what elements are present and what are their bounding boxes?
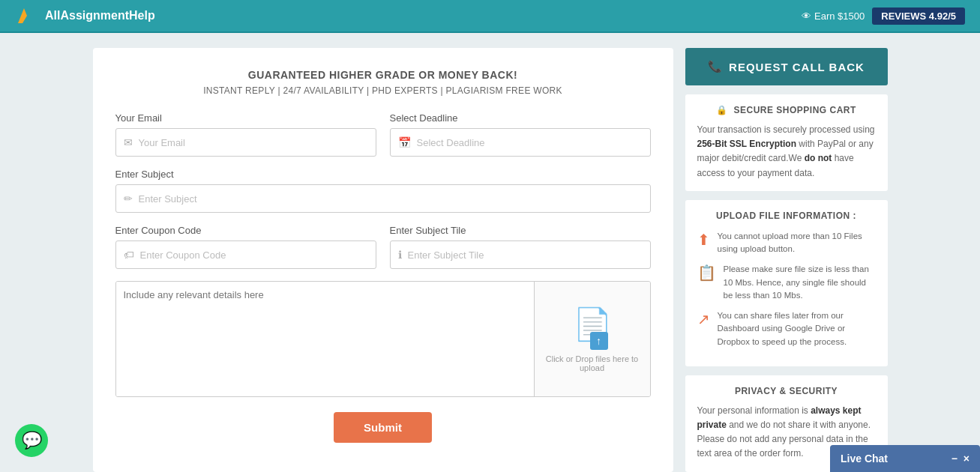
upload-arrow-icon: ↑ (590, 332, 608, 350)
details-upload-row: 📄 ↑ Click or Drop files here to upload (115, 281, 651, 397)
request-call-button[interactable]: 📞 REQUEST CALL BACK (685, 48, 888, 85)
form-header: GUARANTEED HIGHER GRADE OR MONEY BACK! I… (115, 69, 651, 96)
live-chat-controls: − × (952, 453, 970, 465)
logo-text: AllAssignmentHelp (45, 9, 155, 22)
guarantee-title: GUARANTEED HIGHER GRADE OR MONEY BACK! (115, 69, 651, 81)
email-label: Your Email (115, 112, 376, 124)
info-icon: ℹ (398, 249, 402, 261)
svg-marker-0 (18, 8, 27, 23)
upload-icon-area: 📄 ↑ (573, 306, 612, 350)
upload-info-title: UPLOAD FILE INFORMATION : (697, 211, 876, 221)
details-textarea[interactable] (116, 282, 534, 396)
lock-icon: 🔒 (716, 105, 728, 115)
calendar-icon: 📅 (398, 136, 411, 148)
subject-group: Enter Subject ✏ (115, 169, 651, 213)
phone-icon: 📞 (708, 60, 723, 73)
header-right: 👁 Earn $1500 REVIEWS 4.92/5 (802, 7, 965, 25)
main-container: GUARANTEED HIGHER GRADE OR MONEY BACK! I… (78, 33, 903, 472)
upload-info-card: UPLOAD FILE INFORMATION : ⬆ You cannot u… (685, 200, 888, 366)
coupon-group: Enter Coupon Code 🏷 (115, 225, 376, 269)
secure-cart-text: Your transaction is securely processed u… (697, 123, 876, 181)
email-group: Your Email ✉ (115, 112, 376, 157)
close-chat-icon[interactable]: × (964, 453, 970, 465)
upload-info-item-2: 📋 Please make sure file size is less tha… (697, 263, 876, 302)
upload-info-item-3: ↗ You can share files later from our Das… (697, 309, 876, 348)
upload-zone[interactable]: 📄 ↑ Click or Drop files here to upload (534, 282, 650, 396)
email-input[interactable] (139, 137, 368, 148)
svg-marker-3 (30, 8, 36, 23)
submit-button[interactable]: Submit (334, 412, 432, 443)
svg-marker-2 (27, 11, 33, 23)
header: AllAssignmentHelp 👁 Earn $1500 REVIEWS 4… (0, 0, 980, 31)
deadline-label: Select Deadline (390, 112, 651, 124)
coupon-input[interactable] (140, 249, 368, 261)
subject-tile-input-wrapper: ℹ (390, 240, 651, 269)
reviews-badge[interactable]: REVIEWS 4.92/5 (872, 7, 965, 25)
subject-input[interactable] (139, 193, 643, 205)
minimize-icon[interactable]: − (952, 453, 958, 465)
subject-row: Enter Subject ✏ (115, 169, 651, 213)
subject-label: Enter Subject (115, 169, 651, 180)
secure-cart-title: 🔒 SECURE SHOPPING CART (697, 105, 876, 115)
tag-icon: 🏷 (124, 249, 134, 261)
email-icon: ✉ (124, 136, 133, 148)
guarantee-subtitle: INSTANT REPLY | 24/7 AVAILABILITY | PHD … (115, 85, 651, 96)
right-panel: 📞 REQUEST CALL BACK 🔒 SECURE SHOPPING CA… (685, 48, 888, 472)
deadline-input[interactable] (417, 137, 643, 148)
subject-tile-label: Enter Subject Tile (390, 225, 651, 236)
email-input-wrapper: ✉ (115, 128, 376, 157)
deadline-group: Select Deadline 📅 (390, 112, 651, 157)
coupon-tile-row: Enter Coupon Code 🏷 Enter Subject Tile ℹ (115, 225, 651, 269)
form-panel: GUARANTEED HIGHER GRADE OR MONEY BACK! I… (93, 48, 673, 472)
secure-cart-card: 🔒 SECURE SHOPPING CART Your transaction … (685, 94, 888, 191)
upload-label: Click or Drop files here to upload (535, 354, 650, 372)
pdf-icon: 📋 (697, 264, 716, 282)
coupon-label: Enter Coupon Code (115, 225, 376, 236)
upload-files-icon: ⬆ (697, 231, 710, 249)
deadline-input-wrapper: 📅 (390, 128, 651, 157)
email-deadline-row: Your Email ✉ Select Deadline 📅 (115, 112, 651, 157)
whatsapp-button[interactable]: 💬 (15, 424, 48, 457)
live-chat-label: Live Chat (841, 453, 888, 465)
subject-input-wrapper: ✏ (115, 184, 651, 213)
share-icon: ↗ (697, 310, 710, 328)
whatsapp-icon: 💬 (22, 431, 42, 450)
coupon-input-wrapper: 🏷 (115, 240, 376, 269)
upload-info-item-1: ⬆ You cannot upload more than 10 Files u… (697, 230, 876, 256)
subject-tile-input[interactable] (408, 249, 643, 261)
earn-badge[interactable]: 👁 Earn $1500 (802, 10, 865, 22)
live-chat[interactable]: Live Chat − × (830, 445, 980, 472)
submit-row: Submit (115, 412, 651, 443)
privacy-title: PRIVACY & SECURITY (697, 386, 876, 396)
subject-tile-group: Enter Subject Tile ℹ (390, 225, 651, 269)
logo-icon (15, 5, 39, 26)
pencil-icon: ✏ (124, 193, 133, 205)
logo[interactable]: AllAssignmentHelp (15, 5, 155, 26)
eye-icon: 👁 (802, 10, 811, 22)
